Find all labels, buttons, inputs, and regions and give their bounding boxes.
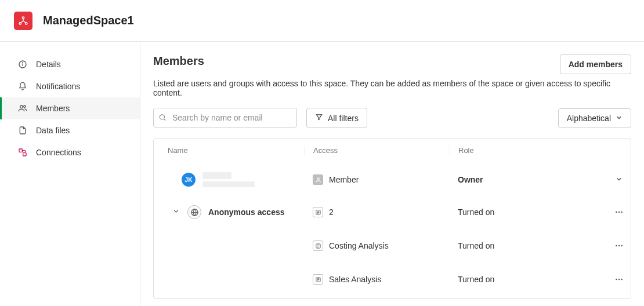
svg-point-23 (616, 279, 617, 280)
column-name: Name (160, 146, 305, 155)
more-button[interactable] (610, 271, 628, 288)
column-role: Role (450, 146, 595, 155)
table-header: Name Access Role (154, 139, 631, 162)
svg-point-10 (160, 114, 164, 119)
more-button[interactable] (610, 237, 628, 254)
table-row: Anonymous access 2 Turned on (154, 195, 631, 229)
main-content: Members Add members Listed are users and… (140, 42, 644, 306)
filters-label: All filters (328, 114, 359, 123)
chevron-down-icon (616, 114, 623, 123)
svg-point-5 (22, 63, 23, 63)
filter-icon (315, 113, 323, 123)
app-icon (313, 241, 323, 251)
table-row: JK Member Owner (154, 164, 631, 195)
table-row: Costing Analysis Turned on (154, 229, 631, 263)
sidebar-item-label: Details (36, 60, 61, 69)
sidebar-item-connections[interactable]: Connections (0, 141, 140, 163)
members-table: Name Access Role JK (153, 139, 631, 299)
search-input[interactable] (153, 108, 297, 128)
svg-point-6 (20, 105, 23, 108)
chevron-down-icon[interactable] (172, 207, 180, 217)
info-icon (17, 59, 28, 70)
header: ManagedSpace1 (0, 0, 644, 42)
role-label: Owner (458, 175, 483, 184)
svg-point-20 (618, 245, 620, 246)
svg-point-16 (618, 212, 620, 213)
svg-point-24 (618, 279, 620, 280)
sidebar-item-label: Data files (36, 126, 70, 135)
svg-rect-9 (23, 153, 26, 156)
svg-point-12 (317, 177, 319, 180)
svg-point-21 (621, 245, 622, 246)
access-label: Sales Analysis (329, 275, 381, 284)
sidebar-item-details[interactable]: Details (0, 53, 140, 75)
member-badge-icon (313, 174, 323, 185)
svg-point-19 (616, 245, 617, 246)
connections-icon (17, 147, 28, 158)
app-icon (313, 274, 323, 285)
more-icon (614, 207, 624, 217)
sort-label: Alphabetical (567, 114, 611, 123)
globe-icon (187, 205, 201, 219)
access-label: Costing Analysis (329, 241, 389, 250)
page-space-title: ManagedSpace1 (43, 14, 134, 27)
column-access: Access (305, 146, 450, 155)
more-icon (614, 275, 624, 284)
redacted-name (202, 172, 255, 187)
access-label: Member (329, 175, 359, 184)
search-icon (158, 113, 167, 123)
svg-point-25 (621, 279, 622, 280)
chevron-down-icon[interactable] (615, 175, 623, 185)
svg-point-0 (22, 17, 24, 19)
members-icon (17, 103, 28, 114)
app-count-icon (313, 207, 323, 217)
add-members-button[interactable]: Add members (560, 54, 631, 74)
bell-icon (17, 81, 28, 92)
search-wrap (153, 108, 297, 128)
file-icon (17, 125, 28, 136)
svg-point-17 (621, 212, 622, 213)
svg-point-15 (616, 212, 617, 213)
sidebar: Details Notifications Members Data files… (0, 42, 140, 306)
more-button[interactable] (610, 203, 628, 221)
avatar: JK (182, 173, 196, 187)
role-label: Turned on (458, 275, 494, 284)
sidebar-item-label: Notifications (36, 82, 80, 91)
svg-line-11 (164, 118, 165, 120)
sidebar-item-members[interactable]: Members (0, 97, 140, 119)
more-icon (614, 241, 624, 250)
sidebar-item-label: Members (36, 104, 70, 113)
svg-point-2 (26, 22, 27, 24)
svg-point-1 (19, 22, 21, 24)
sort-button[interactable]: Alphabetical (558, 108, 631, 128)
svg-point-7 (24, 105, 26, 107)
filters-button[interactable]: All filters (306, 108, 367, 128)
role-label: Turned on (458, 241, 494, 250)
sidebar-item-label: Connections (36, 148, 81, 157)
sidebar-item-data-files[interactable]: Data files (0, 119, 140, 141)
access-label: 2 (329, 207, 334, 217)
row-name: Anonymous access (208, 207, 285, 217)
sidebar-item-notifications[interactable]: Notifications (0, 75, 140, 97)
svg-rect-8 (19, 149, 22, 152)
space-logo (14, 12, 32, 30)
table-row: Sales Analysis Turned on (154, 263, 631, 296)
page-title: Members (153, 54, 204, 68)
role-label: Turned on (458, 207, 494, 217)
page-description: Listed are users and groups with access … (153, 79, 631, 97)
